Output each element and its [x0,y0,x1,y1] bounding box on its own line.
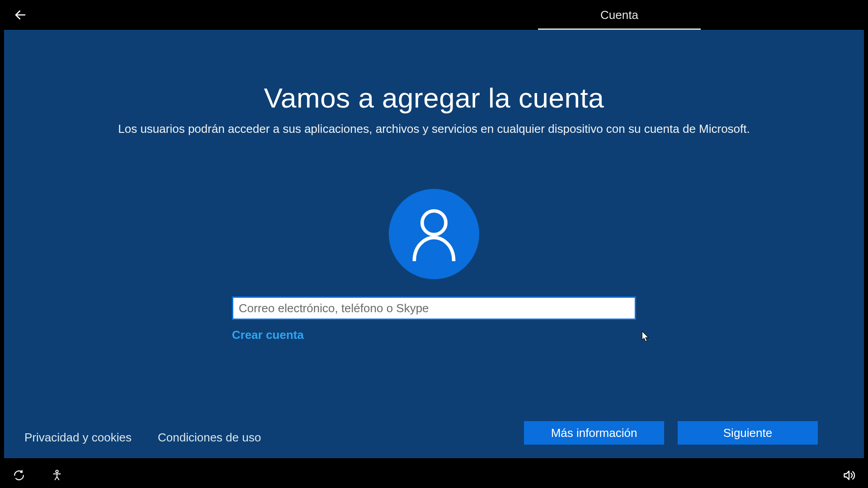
svg-marker-3 [844,471,849,480]
privacy-link[interactable]: Privacidad y cookies [24,431,132,445]
main-panel: Vamos a agregar la cuenta Los usuarios p… [4,30,864,458]
button-row: Más información Siguiente [524,421,818,445]
page-subtitle: Los usuarios podrán acceder a sus aplica… [4,114,864,136]
sync-icon [13,469,25,481]
sync-button[interactable] [9,465,29,485]
svg-point-1 [422,211,446,235]
topbar: Cuenta [0,0,868,30]
terms-link[interactable]: Condiciones de uso [158,431,261,445]
email-input[interactable] [232,296,636,320]
svg-point-2 [56,470,58,473]
more-info-button[interactable]: Más información [524,421,664,445]
ease-of-access-icon [51,469,63,481]
tab-account[interactable]: Cuenta [538,0,701,30]
volume-icon [843,469,855,482]
back-arrow-icon [14,8,27,22]
back-button[interactable] [11,6,29,24]
next-button[interactable]: Siguiente [678,421,818,445]
volume-button[interactable] [839,465,859,485]
user-icon [389,189,479,279]
create-account-link[interactable]: Crear cuenta [232,328,304,342]
ease-of-access-button[interactable] [47,465,67,485]
avatar [389,189,479,279]
bottombar [0,463,868,488]
footer-links: Privacidad y cookies Condiciones de uso [24,431,261,445]
page-title: Vamos a agregar la cuenta [4,30,864,114]
